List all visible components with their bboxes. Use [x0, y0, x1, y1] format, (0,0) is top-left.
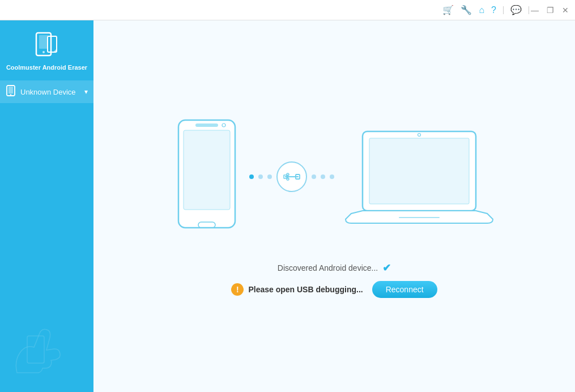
sidebar: Coolmuster Android Eraser Unknown Device…: [0, 20, 93, 392]
phone-illustration: [170, 114, 244, 239]
svg-point-2: [42, 51, 45, 53]
discovered-text: Discovered Android device...: [278, 263, 378, 272]
device-icon: [6, 85, 16, 99]
svg-rect-8: [27, 336, 44, 363]
dot-1: [249, 174, 254, 179]
laptop-illustration: [340, 114, 499, 239]
app-logo-icon: [32, 31, 61, 60]
check-icon: ✔: [382, 262, 391, 274]
device-name-label: Unknown Device: [20, 88, 80, 96]
feedback-icon[interactable]: 💬: [510, 5, 522, 15]
sidebar-watermark: [6, 322, 74, 381]
svg-rect-6: [8, 87, 13, 93]
svg-point-7: [10, 94, 11, 95]
dot-2: [258, 174, 263, 179]
svg-rect-1: [39, 35, 48, 49]
connection-illustration: [170, 114, 499, 239]
svg-marker-4: [53, 49, 57, 52]
maximize-button[interactable]: ❐: [545, 6, 556, 15]
svg-rect-22: [369, 138, 469, 204]
dot-3: [267, 174, 272, 179]
svg-rect-10: [184, 130, 230, 210]
dot-5: [321, 174, 325, 179]
close-button[interactable]: ✕: [560, 6, 570, 15]
dot-6: [330, 174, 334, 179]
content-area: Discovered Android device... ✔ ! Please …: [93, 20, 575, 392]
svg-rect-3: [48, 36, 57, 52]
warning-icon: !: [231, 283, 244, 296]
wrench-icon[interactable]: 🔧: [461, 5, 472, 15]
main-layout: Coolmuster Android Eraser Unknown Device…: [0, 20, 575, 392]
help-icon[interactable]: ?: [491, 5, 496, 15]
usb-warning-row: ! Please open USB debugging... Reconnect: [231, 281, 437, 298]
usb-warning-text: Please open USB debugging...: [248, 285, 363, 294]
minimize-button[interactable]: —: [529, 6, 540, 15]
app-name-label: Coolmuster Android Eraser: [6, 63, 87, 71]
chevron-down-icon: ▾: [84, 88, 88, 96]
usb-connection-dots: [249, 161, 334, 192]
dot-4: [312, 174, 316, 179]
svg-rect-11: [195, 123, 218, 127]
discovered-status-row: Discovered Android device... ✔: [278, 262, 391, 274]
title-bar: 🛒 🔧 ⌂ ? 💬 — ❐ ✕: [0, 0, 575, 20]
home-icon[interactable]: ⌂: [479, 5, 484, 15]
sidebar-device-item[interactable]: Unknown Device ▾: [0, 80, 93, 103]
toolbar-icons: 🛒 🔧 ⌂ ? 💬: [442, 5, 529, 15]
app-logo: Coolmuster Android Eraser: [6, 20, 87, 78]
usb-icon-circle: [276, 161, 307, 192]
reconnect-button[interactable]: Reconnect: [372, 281, 437, 298]
status-area: Discovered Android device... ✔ ! Please …: [231, 262, 437, 298]
window-controls: — ❐ ✕: [529, 6, 570, 15]
divider: [503, 6, 504, 14]
cart-icon[interactable]: 🛒: [442, 5, 454, 15]
